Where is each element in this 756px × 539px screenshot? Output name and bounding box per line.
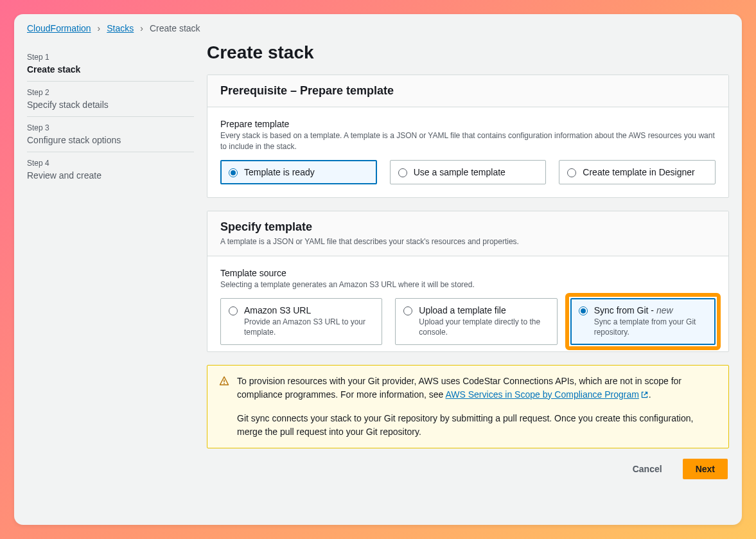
option-upload-template-file[interactable]: Upload a template file Upload your templ…: [395, 298, 557, 344]
breadcrumb: CloudFormation › Stacks › Create stack: [14, 14, 742, 37]
step-name: Specify stack details: [27, 100, 194, 110]
breadcrumb-link-cloudformation[interactable]: CloudFormation: [27, 23, 91, 33]
radio-icon: [398, 168, 407, 177]
breadcrumb-link-stacks[interactable]: Stacks: [107, 23, 134, 33]
option-amazon-s3-url[interactable]: Amazon S3 URL Provide an Amazon S3 URL t…: [220, 298, 382, 344]
next-button[interactable]: Next: [683, 459, 728, 479]
option-description: Sync a template from your Git repository…: [594, 317, 707, 337]
prepare-template-label: Prepare template: [220, 119, 716, 129]
option-description: Upload your template directly to the con…: [419, 317, 549, 337]
chevron-right-icon: ›: [140, 23, 143, 33]
app-window: CloudFormation › Stacks › Create stack S…: [14, 14, 742, 525]
option-label-text: Sync from Git -: [594, 305, 656, 315]
step-name: Create stack: [27, 64, 194, 75]
wizard-steps: Step 1 Create stack Step 2 Specify stack…: [27, 37, 194, 479]
chevron-right-icon: ›: [98, 23, 101, 33]
specify-template-panel: Specify template A template is a JSON or…: [207, 211, 729, 352]
compliance-link-text: AWS Services in Scope by Compliance Prog…: [445, 389, 638, 400]
external-link-icon: [640, 389, 649, 403]
option-label: Use a sample template: [414, 167, 505, 177]
button-row: Cancel Next: [207, 459, 729, 479]
prepare-template-description: Every stack is based on a template. A te…: [220, 130, 716, 152]
panel-subtitle-specify: A template is a JSON or YAML file that d…: [220, 236, 716, 247]
option-label: Sync from Git - new: [594, 305, 707, 315]
wizard-step-3[interactable]: Step 3 Configure stack options: [27, 117, 194, 152]
alert-text-1b: .: [649, 389, 651, 400]
radio-icon: [403, 306, 412, 315]
new-tag: new: [656, 305, 673, 315]
warning-triangle-icon: [219, 376, 229, 439]
alert-text-2: Git sync connects your stack to your Git…: [237, 412, 717, 439]
prerequisite-panel: Prerequisite – Prepare template Prepare …: [207, 75, 729, 198]
cancel-button[interactable]: Cancel: [620, 459, 675, 479]
option-use-sample-template[interactable]: Use a sample template: [390, 160, 547, 184]
svg-point-1: [224, 383, 225, 384]
wizard-step-4[interactable]: Step 4 Review and create: [27, 152, 194, 187]
compliance-link[interactable]: AWS Services in Scope by Compliance Prog…: [445, 389, 648, 400]
radio-icon: [579, 306, 588, 315]
panel-title-specify: Specify template: [220, 220, 716, 234]
template-source-label: Template source: [220, 268, 716, 278]
radio-icon: [229, 306, 238, 315]
step-number: Step 4: [27, 159, 194, 168]
option-label: Amazon S3 URL: [244, 305, 374, 315]
option-create-in-designer[interactable]: Create template in Designer: [559, 160, 716, 184]
wizard-step-1[interactable]: Step 1 Create stack: [27, 46, 194, 82]
alert-body: To provision resources with your Git pro…: [237, 375, 717, 439]
option-label: Create template in Designer: [583, 167, 694, 177]
git-compliance-warning: To provision resources with your Git pro…: [207, 365, 729, 448]
option-description: Provide an Amazon S3 URL to your templat…: [244, 317, 374, 337]
option-sync-from-git[interactable]: Sync from Git - new Sync a template from…: [570, 298, 716, 344]
template-source-description: Selecting a template generates an Amazon…: [220, 279, 716, 290]
page-title: Create stack: [207, 42, 729, 63]
radio-icon: [567, 168, 576, 177]
breadcrumb-current: Create stack: [150, 23, 200, 33]
wizard-step-2[interactable]: Step 2 Specify stack details: [27, 82, 194, 117]
step-number: Step 1: [27, 53, 194, 62]
option-label: Template is ready: [244, 167, 315, 177]
step-number: Step 3: [27, 123, 194, 132]
panel-title-prerequisite: Prerequisite – Prepare template: [220, 84, 716, 98]
step-number: Step 2: [27, 88, 194, 97]
step-name: Configure stack options: [27, 135, 194, 145]
radio-icon: [229, 168, 238, 177]
step-name: Review and create: [27, 170, 194, 181]
main-content: Create stack Prerequisite – Prepare temp…: [194, 37, 729, 479]
sync-from-git-highlight: Sync from Git - new Sync a template from…: [565, 293, 721, 349]
option-template-is-ready[interactable]: Template is ready: [220, 160, 377, 184]
option-label: Upload a template file: [419, 305, 549, 315]
